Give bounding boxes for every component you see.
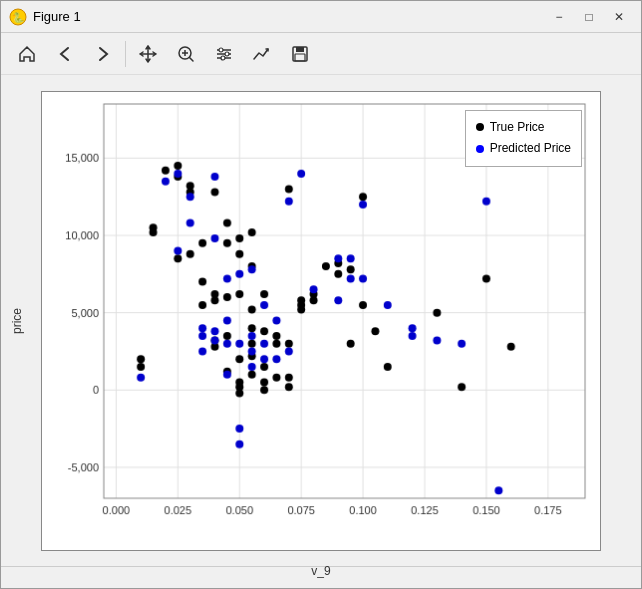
window-icon: 🐍 [9, 8, 27, 26]
svg-rect-14 [295, 54, 305, 61]
svg-point-10 [225, 52, 229, 56]
svg-rect-13 [296, 47, 304, 52]
svg-line-3 [190, 57, 194, 61]
plot-area: price v_9 True Price Predicted Price [1, 75, 641, 566]
close-button[interactable]: ✕ [605, 6, 633, 28]
configure-button[interactable] [206, 37, 242, 71]
main-window: 🐍 Figure 1 − □ ✕ [0, 0, 642, 589]
forward-button[interactable] [85, 37, 121, 71]
window-title: Figure 1 [33, 9, 545, 24]
save-button[interactable] [282, 37, 318, 71]
window-controls: − □ ✕ [545, 6, 633, 28]
chart-container: price v_9 True Price Predicted Price [41, 91, 601, 551]
home-button[interactable] [9, 37, 45, 71]
x-axis-label: v_9 [311, 564, 330, 578]
pan-button[interactable] [130, 37, 166, 71]
svg-point-11 [221, 56, 225, 60]
minimize-button[interactable]: − [545, 6, 573, 28]
titlebar: 🐍 Figure 1 − □ ✕ [1, 1, 641, 33]
toolbar [1, 33, 641, 75]
legend-predicted-price: Predicted Price [476, 138, 571, 160]
chart-wrapper: price v_9 True Price Predicted Price [41, 91, 601, 551]
true-price-label: True Price [490, 117, 545, 139]
svg-text:🐍: 🐍 [12, 11, 25, 24]
predicted-price-dot [476, 145, 484, 153]
toolbar-separator-1 [125, 41, 126, 67]
maximize-button[interactable]: □ [575, 6, 603, 28]
legend: True Price Predicted Price [465, 110, 582, 167]
zoom-button[interactable] [168, 37, 204, 71]
predicted-price-label: Predicted Price [490, 138, 571, 160]
true-price-dot [476, 123, 484, 131]
trend-button[interactable] [244, 37, 280, 71]
svg-point-9 [219, 48, 223, 52]
y-axis-label: price [10, 307, 24, 333]
legend-true-price: True Price [476, 117, 571, 139]
back-button[interactable] [47, 37, 83, 71]
